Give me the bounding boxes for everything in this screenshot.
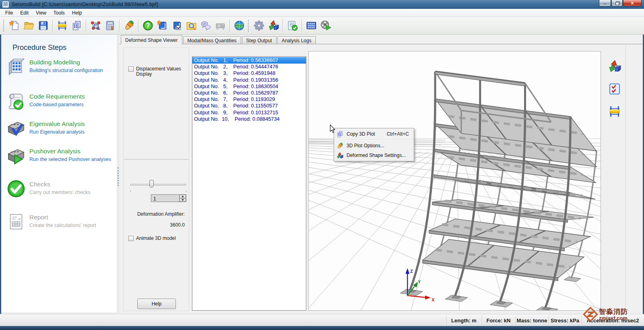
animate-3d-model-label: Animate 3D model (136, 236, 176, 241)
main-toolbar (0, 17, 644, 35)
output-list-item[interactable]: Output No. 4, Period: 0.19031356 (192, 77, 306, 83)
step-pushover-analysis[interactable]: Pushover AnalysisRun the selected Pushov… (7, 146, 111, 165)
tab-step-output[interactable]: Step Output (242, 36, 277, 44)
step-spinner: 1 (151, 194, 186, 202)
tutorials-button[interactable] (155, 19, 169, 33)
spinner-up-button[interactable] (180, 195, 186, 198)
deformed-shape-icon (608, 60, 621, 73)
new-file-button[interactable] (7, 19, 21, 33)
book-star-icon (157, 20, 168, 31)
step-code-requirements[interactable]: Code RequirementsCode-based parameters (7, 92, 111, 110)
open-project-button[interactable] (21, 19, 36, 33)
viewer-context-menu: Copy 3D Plot Ctrl+Alt+C 3D Plot Options.… (334, 128, 414, 161)
restore-icon (615, 2, 619, 5)
app-logo-icon (2, 1, 9, 8)
eigenvalue-output-list[interactable]: Output No. 1, Period: 0.56336607 Output … (192, 56, 306, 311)
chat-bubbles-icon (200, 20, 211, 31)
step-slider-thumb[interactable] (149, 180, 154, 188)
status-mass-unit: Mass: tonne (515, 316, 548, 325)
save-project-button[interactable] (36, 19, 50, 33)
tab-deformed-shape-viewer[interactable]: Deformed Shape Viewer (121, 35, 182, 44)
minimize-button[interactable]: – (599, 0, 611, 6)
calculator-button[interactable] (103, 19, 117, 33)
globe-icon (234, 20, 245, 31)
step-eigenvalue-analysis[interactable]: Eigenvalue AnalysisRun Eigenvalue analys… (7, 119, 111, 138)
deformed-shape-icon (336, 152, 343, 159)
context-deformed-shape-settings[interactable]: Deformed Shape Settings... (335, 151, 413, 160)
create-animation-button[interactable] (304, 19, 318, 33)
restore-button[interactable] (611, 0, 623, 6)
title-bar[interactable]: SeismoBuild [C:\Users\santon\Desktop\Zoi… (0, 0, 644, 9)
output-list-item[interactable]: Output No. 1, Period: 0.56336607 (192, 57, 306, 64)
video-tutorial-button[interactable] (318, 19, 333, 33)
section-view-side-button[interactable] (607, 103, 623, 120)
website-button[interactable] (232, 19, 246, 33)
displacement-values-checkbox[interactable] (128, 66, 134, 72)
output-list-item[interactable]: Output No. 2, Period: 0.54447476 (192, 64, 306, 70)
window-title: SeismoBuild [C:\Users\santon\Desktop\Zoi… (12, 2, 158, 7)
output-list-item[interactable]: Output No. 10, Period: 0.08845734 (192, 116, 306, 122)
view-3d-model-button[interactable] (88, 19, 103, 33)
presentation-button-disabled (213, 19, 227, 33)
program-settings-button[interactable] (252, 19, 266, 33)
menu-edit[interactable]: Edit (17, 9, 32, 16)
check-updates-button[interactable] (169, 19, 184, 33)
menu-view[interactable]: View (32, 9, 50, 16)
analysis-report-button[interactable] (285, 19, 299, 33)
tab-analysis-logs[interactable]: Analysis Logs (277, 36, 316, 44)
svg-text:Z: Z (410, 269, 413, 274)
output-list-item[interactable]: Output No. 3, Period: 0.4591948 (192, 70, 306, 76)
output-list-item[interactable]: Output No. 9, Period: 0.10132715 (192, 109, 306, 116)
member-checks-side-button[interactable] (607, 81, 623, 97)
building-icon (7, 58, 25, 76)
open-folder-icon (23, 20, 34, 31)
menu-help[interactable]: Help (68, 9, 86, 16)
save-icon (38, 20, 49, 31)
help-button-toolbar[interactable] (140, 19, 155, 33)
toolbar-grip-2[interactable] (248, 20, 250, 32)
context-copy-3d-plot[interactable]: Copy 3D Plot Ctrl+Alt+C (335, 129, 413, 139)
document-check-icon (287, 20, 298, 31)
film-strip-icon (306, 20, 317, 31)
output-list-item[interactable]: Output No. 6, Period: 0.15629787 (192, 90, 306, 96)
step-spinner-value[interactable]: 1 (151, 195, 179, 202)
watermark: 智淼消防 zmjaxf.com (583, 307, 628, 322)
deformation-amplifier-label: Deformation Amplifier: (137, 211, 185, 217)
spinner-down-button[interactable] (180, 198, 186, 202)
menu-file[interactable]: File (2, 9, 17, 16)
tab-modal-mass-quantities[interactable]: Modal/Mass Quantities (183, 36, 241, 44)
output-list-item[interactable]: Output No. 5, Period: 0.18630504 (192, 83, 306, 90)
context-3d-plot-options[interactable]: 3D Plot Options... (335, 141, 413, 151)
animate-3d-model-checkbox[interactable] (128, 236, 134, 241)
step-slider-track[interactable] (130, 184, 186, 186)
copy-building-plot-button[interactable] (69, 19, 84, 33)
plot-options-icon (336, 142, 343, 149)
watermark-url: zmjaxf.com (599, 316, 628, 321)
plot-options-button[interactable] (122, 19, 136, 33)
step-building-modelling[interactable]: Building ModellingBuilding's structural … (7, 58, 111, 76)
output-list-item[interactable]: Output No. 8, Period: 0.11550577 (192, 103, 306, 109)
help-button[interactable]: Help (137, 299, 176, 309)
step-report[interactable]: ReportCreate the calculations' report (7, 212, 111, 231)
menu-bar: File Edit View Tools Help (0, 9, 644, 17)
output-list-item[interactable]: Output No. 7, Period: 0.1193029 (192, 96, 306, 103)
3d-viewport[interactable]: Z X Y Copy 3D Plot Ctrl+Alt+C 3D Plot Op… (308, 51, 601, 311)
deformed-shape-settings-side-button[interactable] (607, 58, 623, 74)
molecule-magnifier-icon (90, 20, 101, 31)
axis-triad: Z X Y (405, 268, 435, 303)
example-browser-button[interactable] (184, 19, 198, 33)
checklist-icon (608, 82, 621, 95)
report-document-icon (7, 212, 25, 231)
close-button[interactable]: × (623, 0, 642, 6)
deformed-shape-icon (268, 20, 279, 31)
step-checks[interactable]: ChecksCarry out members' checks (7, 179, 111, 198)
mouse-cursor (330, 125, 336, 134)
menu-tools[interactable]: Tools (50, 9, 68, 16)
toolbar-grip[interactable] (3, 20, 5, 32)
section-manager-button[interactable] (55, 19, 69, 33)
forum-button[interactable] (198, 19, 213, 33)
viewer-side-toolbar (605, 58, 625, 126)
deformed-shape-settings-button[interactable] (266, 19, 281, 33)
copy-3d-plot-icon (336, 131, 343, 138)
status-length-unit: Length: m (446, 316, 481, 325)
